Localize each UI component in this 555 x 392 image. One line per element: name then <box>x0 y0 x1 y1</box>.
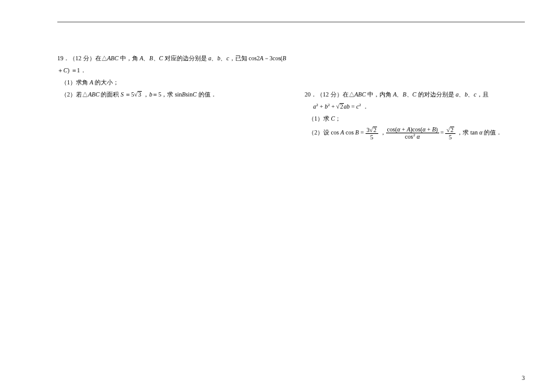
q20-eq-line: a2 + b2 + 2ab = c2 ． <box>305 101 504 113</box>
txt: ， <box>378 129 386 136</box>
q19-number: 19 <box>57 55 63 62</box>
sqrt-icon: 2 <box>370 127 378 133</box>
txt: （1）求 <box>308 115 331 122</box>
column-right: 20．（12 分）在△ABC 中，内角 A、B、C 的对边分别是 a、b、c，且… <box>305 52 504 141</box>
frac-den: cos2 α <box>386 133 439 140</box>
q19-sub2: （2）若△ABC 的面积 S ＝53 ，b＝5，求 sinBsinC 的值． <box>57 89 250 101</box>
txt: ； <box>335 115 341 122</box>
document-page: 19．（12 分）在△ABC 中，角 A、B、C 对应的边分别是 a、b、c，已… <box>57 22 525 141</box>
txt: ． <box>311 91 317 98</box>
q19-sub1: （1）求角 A 的大小； <box>57 77 250 89</box>
q20-sub1: （1）求 C； <box>305 113 504 125</box>
sides: a、b、c <box>455 91 476 98</box>
txt: ＝5，求 sin <box>152 91 182 98</box>
cos: cos <box>387 126 395 133</box>
sides: a、b、c <box>208 55 229 62</box>
A: A <box>407 126 410 133</box>
txt: 中，角 <box>118 55 139 62</box>
txt: ，且 <box>477 91 489 98</box>
q20-sub2: （2）设 cos A cos B = 325 ，cos(α + A)cos(α … <box>305 125 504 141</box>
radicand: 2 <box>373 127 377 133</box>
txt: ＋ <box>57 67 63 74</box>
frac-num: cos(α + A)cos(α + B) <box>386 126 439 133</box>
page-number: 3 <box>522 375 525 381</box>
triangle-abc: ABC <box>107 55 119 62</box>
B: B <box>432 126 436 133</box>
fraction-3: 25 <box>445 127 455 141</box>
column-left: 19．（12 分）在△ABC 中，角 A、B、C 对应的边分别是 a、b、c，已… <box>57 52 250 141</box>
q19-points: （12 分） <box>69 55 95 62</box>
txt: 的大小； <box>94 79 119 86</box>
txt: sin <box>186 91 193 98</box>
txt: 的对边分别是 <box>416 91 455 98</box>
txt: + <box>330 103 337 110</box>
txt: 的面积 <box>100 91 121 98</box>
radicand: 2 <box>450 127 454 133</box>
txt: ， <box>142 91 150 98</box>
plus: + <box>426 126 433 133</box>
frac-num: 2 <box>445 127 455 134</box>
txt: 在△ <box>95 55 107 62</box>
txt: ． <box>361 103 369 110</box>
q19-line1: 19．（12 分）在△ABC 中，角 A、B、C 对应的边分别是 a、b、c，已… <box>57 52 250 65</box>
txt: ＝5 <box>124 91 135 98</box>
txt: ，已知 cos2 <box>229 55 260 62</box>
txt: －3cos( <box>264 55 283 62</box>
cos: cos <box>413 126 420 133</box>
txt: （2）设 cos <box>308 129 340 136</box>
radicand: 3 <box>138 91 142 98</box>
txt: = <box>359 129 366 136</box>
var-b: B <box>282 55 286 62</box>
txt: 中，内角 <box>366 91 393 98</box>
sup2: 2 <box>413 133 416 138</box>
q19-line2: ＋C) ＝1． <box>57 65 250 77</box>
q20-number: 20 <box>305 91 311 98</box>
alpha: α <box>417 134 420 141</box>
var-C: C <box>192 91 197 98</box>
q20-line1: 20．（12 分）在△ABC 中，内角 A、B、C 的对边分别是 a、b、c，且 <box>305 89 504 101</box>
fraction-1: 325 <box>366 127 379 141</box>
txt: 的值． <box>197 91 217 98</box>
triangle-abc: ABC <box>355 91 366 98</box>
txt: 的值． <box>483 129 503 136</box>
two-column-layout: 19．（12 分）在△ABC 中，角 A、B、C 对应的边分别是 a、b、c，已… <box>57 52 525 141</box>
radicand: 2 <box>340 103 344 110</box>
angles: A、B、C <box>393 91 416 98</box>
txt: ) ＝1． <box>68 67 86 74</box>
plus: + <box>400 126 407 133</box>
txt: = <box>350 103 357 110</box>
txt: （2）若△ <box>61 91 88 98</box>
txt: 对应的边分别是 <box>163 55 208 62</box>
q20-points: （12 分） <box>317 91 343 98</box>
txt: + <box>319 103 325 110</box>
cos: cos <box>405 134 413 141</box>
txt: ，求 tan <box>455 129 480 136</box>
sqrt-icon: 3 <box>134 89 142 101</box>
fraction-2: cos(α + A)cos(α + B)cos2 α <box>386 126 439 140</box>
tri: ABC <box>88 91 100 98</box>
txt: ． <box>63 55 69 62</box>
angles: A、B、C <box>139 55 163 62</box>
var-ab: ab <box>344 103 350 110</box>
frac-den: 5 <box>445 134 455 141</box>
txt: （1）求角 <box>61 79 90 86</box>
txt: = <box>439 129 446 136</box>
var-c: C <box>63 67 68 74</box>
frac-num: 32 <box>366 127 379 134</box>
frac-den: 5 <box>366 134 379 141</box>
sqrt-icon: 2 <box>336 101 344 113</box>
txt: 在△ <box>343 91 355 98</box>
txt: cos <box>344 129 355 136</box>
sqrt-icon: 2 <box>446 127 454 133</box>
